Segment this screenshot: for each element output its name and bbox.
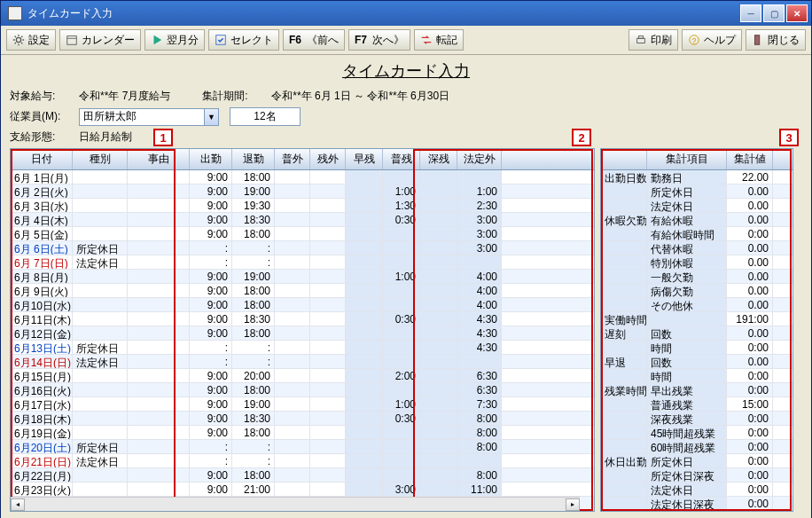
cell[interactable]: 4:30 — [457, 326, 502, 340]
cell[interactable] — [128, 241, 190, 255]
cell[interactable] — [128, 426, 190, 439]
cell[interactable] — [346, 298, 383, 311]
cell[interactable]: 法定休日 — [73, 355, 128, 368]
cell[interactable]: : — [232, 341, 275, 354]
cell[interactable]: 9:00 — [190, 483, 232, 496]
cell[interactable]: 6:30 — [457, 369, 502, 382]
cell[interactable] — [128, 326, 190, 340]
col-header[interactable]: 種別 — [73, 149, 128, 169]
cell[interactable] — [457, 454, 502, 467]
cell[interactable]: 18:00 — [232, 426, 275, 439]
table-row[interactable]: 6月23日(火)9:0021:003:0011:00 — [11, 483, 594, 497]
table-row[interactable]: 6月13日(土)所定休日::4:30 — [11, 341, 594, 355]
cell[interactable]: 1:00 — [457, 184, 502, 198]
cell[interactable]: 3:00 — [457, 227, 502, 240]
cell[interactable]: 9:00 — [190, 284, 232, 297]
cell[interactable] — [346, 454, 383, 467]
summary-row[interactable]: 深夜残業0:00 — [601, 412, 792, 426]
cell[interactable] — [420, 270, 457, 283]
cell[interactable] — [310, 454, 346, 467]
cell[interactable] — [73, 468, 128, 482]
table-row[interactable]: 6月19日(金)9:0018:008:00 — [11, 426, 594, 440]
cell[interactable] — [420, 199, 457, 212]
cell[interactable] — [128, 383, 190, 396]
cell[interactable] — [275, 199, 310, 212]
cell[interactable]: : — [190, 255, 232, 269]
table-row[interactable]: 6月 3日(水)9:0019:301:302:30 — [11, 199, 594, 213]
table-row[interactable]: 6月20日(土)所定休日::8:00 — [11, 440, 594, 454]
cell[interactable] — [310, 184, 346, 198]
cell[interactable]: 6月20日(土) — [11, 440, 73, 453]
summary-row[interactable]: 特別休暇0.00 — [601, 255, 792, 270]
table-row[interactable]: 6月17日(水)9:0019:001:007:30 — [11, 397, 594, 412]
cell[interactable]: 6月 9日(火) — [11, 284, 73, 297]
cell[interactable]: 8:00 — [457, 426, 502, 439]
cell[interactable]: 19:00 — [232, 270, 275, 283]
cell[interactable] — [383, 383, 420, 396]
table-row[interactable]: 6月 1日(月)9:0018:00 — [11, 170, 594, 184]
cell[interactable]: 9:00 — [190, 426, 232, 439]
cell[interactable]: 18:30 — [232, 213, 275, 226]
cell[interactable] — [73, 369, 128, 382]
cell[interactable] — [383, 255, 420, 269]
cell[interactable] — [420, 213, 457, 226]
cell[interactable] — [275, 170, 310, 184]
cell[interactable]: : — [190, 241, 232, 255]
cell[interactable] — [73, 298, 128, 311]
help-button[interactable]: ?ヘルプ — [682, 29, 742, 51]
summary-row[interactable]: 一般欠勤0.00 — [601, 270, 792, 284]
cell[interactable]: 6月 5日(金) — [11, 227, 73, 240]
cell[interactable] — [346, 326, 383, 340]
cell[interactable]: 19:00 — [232, 397, 275, 411]
cell[interactable] — [346, 468, 383, 482]
summary-row[interactable]: 法定休日0:00 — [601, 483, 792, 497]
col-header[interactable]: 日付 — [11, 149, 73, 169]
cell[interactable] — [275, 369, 310, 382]
cell[interactable] — [346, 270, 383, 283]
scroll-right-icon[interactable]: ▸ — [566, 498, 580, 511]
cell[interactable] — [310, 369, 346, 382]
cell[interactable] — [420, 369, 457, 382]
cell[interactable] — [275, 298, 310, 311]
cell[interactable] — [346, 312, 383, 326]
col-header[interactable]: 集計値 — [727, 149, 773, 169]
cell[interactable] — [73, 312, 128, 326]
cell[interactable] — [346, 412, 383, 425]
cell[interactable] — [420, 483, 457, 496]
cell[interactable] — [310, 341, 346, 354]
cell[interactable] — [128, 468, 190, 482]
summary-row[interactable]: 残業時間早出残業0:00 — [601, 383, 792, 397]
cell[interactable] — [383, 426, 420, 439]
cell[interactable]: 2:00 — [383, 369, 420, 382]
cell[interactable]: 6月17日(水) — [11, 397, 73, 411]
cell[interactable] — [275, 454, 310, 467]
cell[interactable] — [383, 227, 420, 240]
cell[interactable]: 11:00 — [457, 483, 502, 496]
cell[interactable]: 6月13日(土) — [11, 341, 73, 354]
print-button[interactable]: 印刷 — [629, 29, 678, 51]
cell[interactable]: 8:00 — [457, 468, 502, 482]
settings-button[interactable]: 設定 — [6, 29, 56, 51]
minimize-button[interactable]: ─ — [740, 4, 761, 22]
col-header[interactable]: 法定外 — [457, 149, 502, 169]
cell[interactable]: 9:00 — [190, 397, 232, 411]
cell[interactable]: : — [190, 355, 232, 368]
nextmonth-button[interactable]: 翌月分 — [144, 29, 205, 51]
cell[interactable]: 6月 3日(水) — [11, 199, 73, 212]
cell[interactable] — [275, 255, 310, 269]
cell[interactable] — [275, 383, 310, 396]
cell[interactable]: 6月 7日(日) — [11, 255, 73, 269]
prev-button[interactable]: F6《前へ — [283, 29, 345, 51]
cell[interactable]: 18:00 — [232, 284, 275, 297]
select-button[interactable]: セレクト — [208, 29, 279, 51]
table-row[interactable]: 6月 9日(火)9:0018:004:00 — [11, 284, 594, 298]
summary-row[interactable]: 法定休日0.00 — [601, 199, 792, 213]
table-row[interactable]: 6月16日(火)9:0018:006:30 — [11, 383, 594, 397]
summary-row[interactable]: 所定休日0.00 — [601, 184, 792, 199]
cell[interactable]: 6月19日(金) — [11, 426, 73, 439]
cell[interactable] — [73, 227, 128, 240]
cell[interactable]: 9:00 — [190, 199, 232, 212]
cell[interactable] — [128, 483, 190, 496]
table-row[interactable]: 6月18日(木)9:0018:300:308:00 — [11, 412, 594, 426]
summary-row[interactable]: 休暇欠勤有給休暇0.00 — [601, 213, 792, 227]
